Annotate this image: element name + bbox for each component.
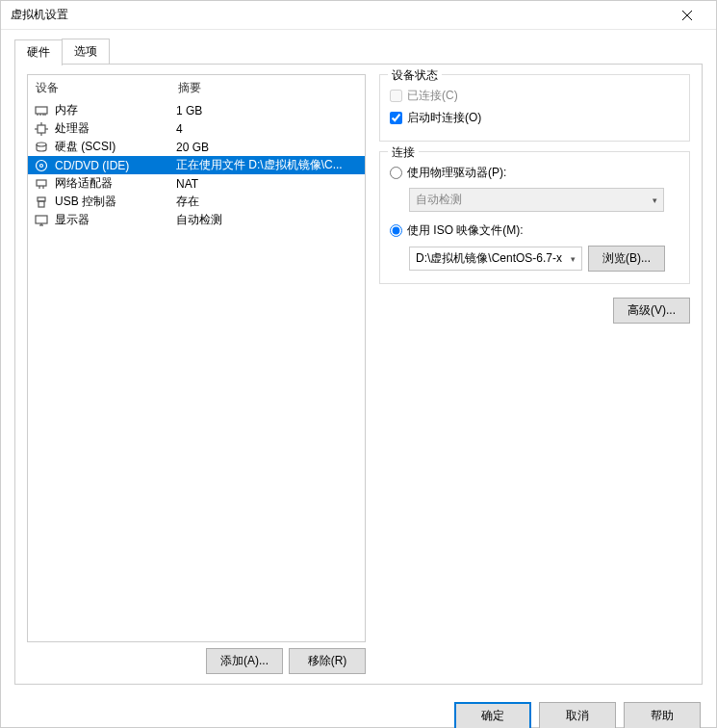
device-row[interactable]: 内存 1 GB [28,101,365,119]
device-status-group: 设备状态 已连接(C) 启动时连接(O) [379,74,690,142]
connection-group: 连接 使用物理驱动器(P): 自动检测 ▾ 使用 ISO 映像文件(M): [379,151,690,284]
svg-rect-2 [36,107,47,114]
device-name: 内存 [55,102,78,118]
browse-button[interactable]: 浏览(B)... [588,246,665,272]
close-button[interactable] [668,1,706,30]
device-name-cell: USB 控制器 [34,194,176,210]
device-name: CD/DVD (IDE) [55,159,129,172]
cpu-icon [34,121,49,137]
device-row[interactable]: 硬盘 (SCSI) 20 GB [28,138,365,156]
svg-point-14 [40,164,43,167]
physical-drive-radio[interactable] [390,167,402,179]
connected-checkbox [390,90,402,102]
iso-path-text: D:\虚拟机镜像\CentOS-6.7-x [416,250,562,267]
device-summary: 正在使用文件 D:\虚拟机镜像\C... [176,157,359,173]
remove-button[interactable]: 移除(R) [289,648,366,674]
help-button[interactable]: 帮助 [624,702,701,728]
iso-file-label: 使用 ISO 映像文件(M): [407,222,524,239]
dialog-footer: 确定 取消 帮助 [1,694,716,728]
ok-button[interactable]: 确定 [454,702,531,728]
device-name: USB 控制器 [55,194,116,210]
disk-icon [34,140,49,155]
device-row[interactable]: USB 控制器 存在 [28,193,365,211]
device-name: 网络适配器 [55,175,113,192]
device-name-cell: CD/DVD (IDE) [34,158,176,173]
iso-path-row: D:\虚拟机镜像\CentOS-6.7-x ▾ 浏览(B)... [409,246,679,272]
device-row[interactable]: 处理器 4 [28,119,365,138]
tab-hardware[interactable]: 硬件 [14,39,63,65]
cd-icon [34,158,49,173]
connected-label: 已连接(C) [407,88,458,104]
advanced-row: 高级(V)... [379,298,690,324]
add-button[interactable]: 添加(A)... [206,648,283,674]
close-icon [682,11,692,20]
physical-drive-row[interactable]: 使用物理驱动器(P): [390,162,679,184]
chevron-down-icon: ▾ [571,254,576,264]
device-summary: 存在 [176,194,359,210]
svg-point-13 [37,160,47,170]
svg-rect-15 [37,180,46,186]
device-name-cell: 网络适配器 [34,175,176,192]
svg-rect-18 [38,197,45,201]
header-summary: 摘要 [178,80,357,96]
device-summary: 1 GB [176,104,359,117]
device-summary: 自动检测 [176,212,359,228]
device-row[interactable]: 网络适配器 NAT [28,174,365,193]
usb-icon [34,195,49,210]
tab-options[interactable]: 选项 [62,39,110,65]
device-name: 硬盘 (SCSI) [55,139,115,155]
device-name-cell: 显示器 [34,212,176,228]
device-summary: 4 [176,122,359,136]
connect-poweron-checkbox[interactable] [390,112,402,124]
vm-settings-window: 虚拟机设置 硬件 选项 设备 摘要 内存 1 GB 处理器 [0,0,717,728]
iso-file-radio[interactable] [390,224,402,237]
device-status-title: 设备状态 [388,67,442,84]
device-row[interactable]: CD/DVD (IDE) 正在使用文件 D:\虚拟机镜像\C... [28,156,365,174]
device-summary: NAT [176,177,359,191]
right-column: 设备状态 已连接(C) 启动时连接(O) 连接 使用物理驱动器(P): [379,74,690,674]
device-name-cell: 内存 [34,102,176,118]
titlebar: 虚拟机设置 [1,1,716,30]
device-list-header: 设备 摘要 [28,75,365,101]
connect-poweron-label: 启动时连接(O) [407,110,481,126]
physical-drive-label: 使用物理驱动器(P): [407,165,506,181]
device-name-cell: 处理器 [34,120,176,137]
iso-path-combo[interactable]: D:\虚拟机镜像\CentOS-6.7-x ▾ [409,247,582,271]
auto-detect-text: 自动检测 [416,192,462,208]
connected-row: 已连接(C) [390,85,679,107]
connect-poweron-row[interactable]: 启动时连接(O) [390,107,679,129]
cancel-button[interactable]: 取消 [539,702,616,728]
svg-rect-19 [38,201,44,207]
header-device: 设备 [36,80,178,96]
device-name: 处理器 [55,120,90,137]
device-name-cell: 硬盘 (SCSI) [34,139,176,155]
device-buttons: 添加(A)... 移除(R) [27,648,366,674]
physical-drive-select: 自动检测 ▾ [409,188,664,212]
network-icon [34,176,49,192]
display-icon [34,213,49,228]
svg-point-12 [37,143,46,146]
chevron-down-icon: ▾ [653,195,657,205]
left-column: 设备 摘要 内存 1 GB 处理器 4 硬盘 (SCSI) 20 GB CD/D… [27,74,366,674]
window-title: 虚拟机设置 [11,7,68,23]
dialog-body: 硬件 选项 设备 摘要 内存 1 GB 处理器 4 硬盘 (SCSI) [1,30,716,694]
advanced-button[interactable]: 高级(V)... [613,298,690,324]
connection-title: 连接 [388,144,419,161]
memory-icon [34,103,49,118]
device-name: 显示器 [55,212,90,228]
svg-rect-7 [38,125,45,133]
device-row[interactable]: 显示器 自动检测 [28,211,365,229]
svg-rect-20 [36,216,47,223]
device-list[interactable]: 设备 摘要 内存 1 GB 处理器 4 硬盘 (SCSI) 20 GB CD/D… [27,74,366,642]
tab-bar: 硬件 选项 [14,39,703,65]
tab-panel-hardware: 设备 摘要 内存 1 GB 处理器 4 硬盘 (SCSI) 20 GB CD/D… [14,64,703,685]
device-summary: 20 GB [176,141,359,154]
iso-file-row[interactable]: 使用 ISO 映像文件(M): [390,220,679,242]
